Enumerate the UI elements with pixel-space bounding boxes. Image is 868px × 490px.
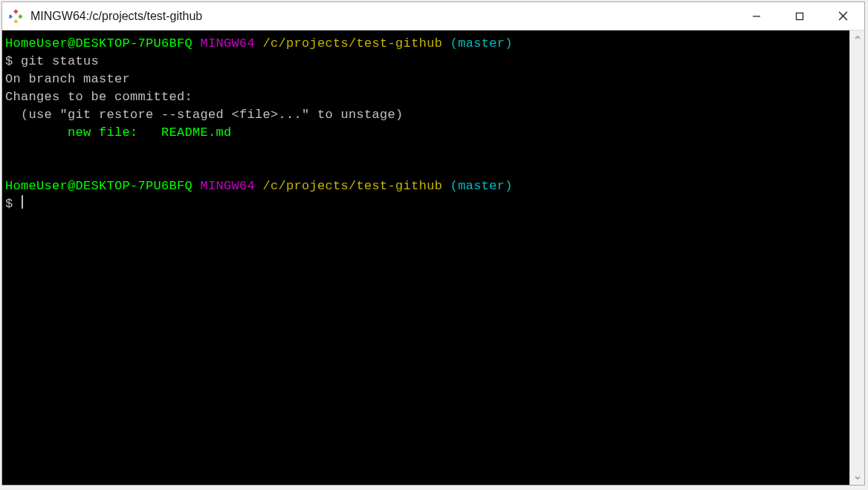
svg-rect-3 <box>13 19 18 22</box>
output-line: (use "git restore --staged <file>..." to… <box>5 106 846 124</box>
command-line-1: $ git status <box>5 53 846 71</box>
prompt-branch: (master) <box>450 36 513 50</box>
prompt-line-2: HomeUser@DESKTOP-7PU6BFQ MINGW64 /c/proj… <box>5 177 846 195</box>
maximize-button[interactable] <box>778 2 821 30</box>
svg-rect-2 <box>18 14 22 19</box>
prompt-symbol: $ <box>5 54 13 68</box>
window-title: MINGW64:/c/projects/test-github <box>29 10 735 23</box>
prompt-cwd: /c/projects/test-github <box>263 36 443 50</box>
svg-rect-5 <box>797 13 803 19</box>
output-line: new file: README.md <box>5 124 846 142</box>
prompt-cwd: /c/projects/test-github <box>263 179 443 193</box>
prompt-line-1: HomeUser@DESKTOP-7PU6BFQ MINGW64 /c/proj… <box>5 35 846 53</box>
command-line-2: $ <box>5 195 846 213</box>
output-line: On branch master <box>5 71 846 88</box>
app-icon <box>2 10 29 23</box>
staged-file-name: README.md <box>161 125 232 140</box>
output-line: Changes to be committed: <box>5 88 846 106</box>
blank-line <box>5 160 846 177</box>
git-bash-window: MINGW64:/c/projects/test-github HomeUser… <box>1 1 865 486</box>
prompt-shell: MINGW64 <box>201 36 256 50</box>
close-button[interactable] <box>821 2 864 30</box>
git-bash-icon <box>9 10 22 23</box>
minimize-icon <box>752 12 761 21</box>
staged-file-label: new file: <box>5 125 161 140</box>
text-cursor <box>22 195 23 209</box>
svg-rect-1 <box>9 14 13 19</box>
command-text: git status <box>21 54 99 68</box>
prompt-user-host: HomeUser@DESKTOP-7PU6BFQ <box>5 36 192 50</box>
window-titlebar[interactable]: MINGW64:/c/projects/test-github <box>2 2 864 30</box>
prompt-user-host: HomeUser@DESKTOP-7PU6BFQ <box>5 179 192 193</box>
scroll-down-arrow-icon[interactable] <box>850 470 865 485</box>
terminal-output[interactable]: HomeUser@DESKTOP-7PU6BFQ MINGW64 /c/proj… <box>2 30 849 485</box>
blank-line <box>5 142 846 160</box>
vertical-scrollbar[interactable] <box>849 30 864 485</box>
scroll-up-arrow-icon[interactable] <box>850 30 865 45</box>
terminal-container: HomeUser@DESKTOP-7PU6BFQ MINGW64 /c/proj… <box>2 30 864 485</box>
prompt-branch: (master) <box>450 179 513 193</box>
maximize-icon <box>795 12 804 21</box>
prompt-shell: MINGW64 <box>201 179 256 193</box>
prompt-symbol: $ <box>5 197 13 211</box>
minimize-button[interactable] <box>735 2 778 30</box>
svg-rect-0 <box>13 10 18 14</box>
close-icon <box>838 11 848 21</box>
